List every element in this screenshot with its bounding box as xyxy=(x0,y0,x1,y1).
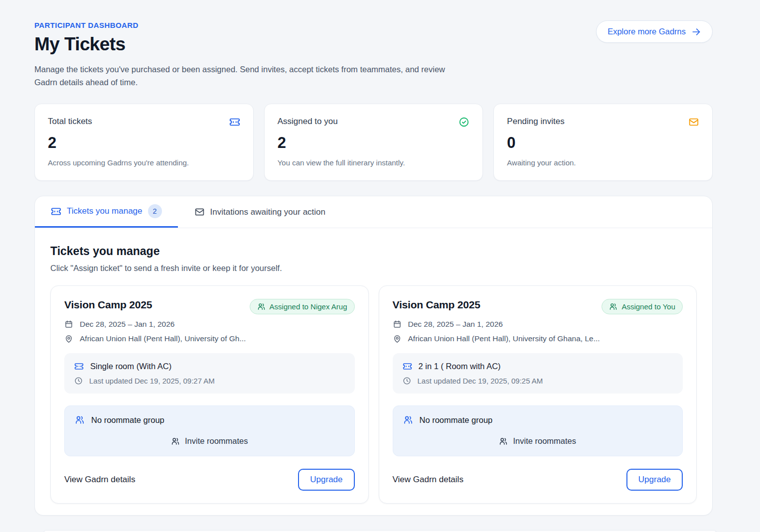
check-circle-icon xyxy=(458,117,469,128)
view-gadrn-details-link[interactable]: View Gadrn details xyxy=(393,475,463,485)
ticket-title: Vision Camp 2025 xyxy=(393,299,480,311)
assignment-badge: Assigned to Nigex Arug xyxy=(250,299,355,314)
users-icon xyxy=(75,415,85,425)
page-description: Manage the tickets you've purchased or b… xyxy=(34,63,458,89)
stat-caption: Across upcoming Gadrns you're attending. xyxy=(48,158,240,167)
tickets-row: Vision Camp 2025 Assigned to Nigex Arug … xyxy=(50,285,697,504)
tab-tickets-you-manage[interactable]: Tickets you manage 2 xyxy=(35,196,178,228)
roommate-status: No roommate group xyxy=(420,415,493,425)
clock-icon xyxy=(74,377,83,385)
stat-caption: You can view the full itinerary instantl… xyxy=(278,158,470,167)
mail-icon xyxy=(194,207,205,217)
room-type: 2 in 1 ( Room with AC) xyxy=(419,362,501,371)
ticket-location: African Union Hall (Pent Hall), Universi… xyxy=(408,334,600,343)
invite-roommates-label: Invite roommates xyxy=(185,436,248,446)
arrow-right-icon xyxy=(691,27,701,37)
tickets-panel: Tickets you manage 2 Invitations awaitin… xyxy=(34,196,713,516)
view-gadrn-details-link[interactable]: View Gadrn details xyxy=(64,475,135,485)
ticket-title: Vision Camp 2025 xyxy=(64,299,152,311)
assignment-badge-label: Assigned to You xyxy=(621,302,675,311)
ticket-location: African Union Hall (Pent Hall), Universi… xyxy=(80,334,246,343)
assignment-badge: Assigned to You xyxy=(602,299,683,314)
room-type: Single room (With AC) xyxy=(90,362,171,371)
stat-label: Pending invites xyxy=(507,117,564,127)
last-updated: Last updated Dec 19, 2025, 09:25 AM xyxy=(418,377,543,385)
invite-roommates-label: Invite roommates xyxy=(513,436,576,446)
page-header: PARTICIPANT DASHBOARD My Tickets Manage … xyxy=(34,0,713,89)
roommate-group-box: No roommate group Invite roommates xyxy=(393,405,683,456)
explore-more-gadrns-label: Explore more Gadrns xyxy=(608,27,686,36)
room-info-box: 2 in 1 ( Room with AC) Last updated Dec … xyxy=(393,353,683,394)
ticket-icon xyxy=(74,362,84,371)
tab-count-badge: 2 xyxy=(148,204,162,218)
stats-row: Total tickets 2 Across upcoming Gadrns y… xyxy=(34,104,713,181)
roommate-status: No roommate group xyxy=(91,415,164,425)
users-icon xyxy=(499,437,508,446)
ticket-icon xyxy=(229,117,240,128)
ticket-card: Vision Camp 2025 Assigned to Nigex Arug … xyxy=(50,285,369,504)
mail-icon xyxy=(688,117,699,128)
users-icon xyxy=(609,302,617,311)
calendar-icon xyxy=(64,320,73,329)
stat-label: Total tickets xyxy=(48,117,92,127)
users-icon xyxy=(171,437,180,446)
ticket-dates: Dec 28, 2025 – Jan 1, 2026 xyxy=(80,320,174,329)
tab-bar: Tickets you manage 2 Invitations awaitin… xyxy=(35,196,712,228)
last-updated: Last updated Dec 19, 2025, 09:27 AM xyxy=(89,377,215,385)
section-title: Tickets you manage xyxy=(50,245,697,258)
stat-value: 0 xyxy=(507,134,699,152)
users-icon xyxy=(403,415,413,425)
room-info-box: Single room (With AC) Last updated Dec 1… xyxy=(64,353,355,394)
stat-card-assigned-to-you: Assigned to you 2 You can view the full … xyxy=(264,104,483,181)
stat-value: 2 xyxy=(48,134,240,152)
roommate-group-box: No roommate group Invite roommates xyxy=(64,405,355,456)
stat-value: 2 xyxy=(278,134,470,152)
map-pin-icon xyxy=(393,334,402,343)
stat-card-pending-invites: Pending invites 0 Awaiting your action. xyxy=(493,104,713,181)
ticket-dates: Dec 28, 2025 – Jan 1, 2026 xyxy=(408,320,503,329)
users-icon xyxy=(257,302,266,311)
ticket-icon xyxy=(51,206,61,217)
panel-body: Tickets you manage Click "Assign ticket"… xyxy=(35,228,712,504)
invite-roommates-button[interactable]: Invite roommates xyxy=(75,436,344,446)
next-section-peek xyxy=(43,530,717,532)
invite-roommates-button[interactable]: Invite roommates xyxy=(403,436,673,446)
tab-invitations-awaiting[interactable]: Invitations awaiting your action xyxy=(189,196,331,228)
tab-label: Invitations awaiting your action xyxy=(210,207,326,217)
ticket-icon xyxy=(403,362,412,371)
tab-label: Tickets you manage xyxy=(67,206,143,216)
clock-icon xyxy=(403,377,411,385)
ticket-card: Vision Camp 2025 Assigned to You Dec 28,… xyxy=(379,285,697,504)
upgrade-button[interactable]: Upgrade xyxy=(298,469,354,491)
explore-more-gadrns-button[interactable]: Explore more Gadrns xyxy=(596,20,713,43)
section-subtitle: Click "Assign ticket" to send a fresh in… xyxy=(50,264,697,273)
stat-label: Assigned to you xyxy=(278,117,338,127)
calendar-icon xyxy=(393,320,402,329)
participant-dashboard-page: PARTICIPANT DASHBOARD My Tickets Manage … xyxy=(0,0,760,532)
map-pin-icon xyxy=(64,334,73,343)
upgrade-button[interactable]: Upgrade xyxy=(626,469,683,491)
stat-card-total-tickets: Total tickets 2 Across upcoming Gadrns y… xyxy=(34,104,254,181)
assignment-badge-label: Assigned to Nigex Arug xyxy=(270,302,347,311)
stat-caption: Awaiting your action. xyxy=(507,158,699,167)
